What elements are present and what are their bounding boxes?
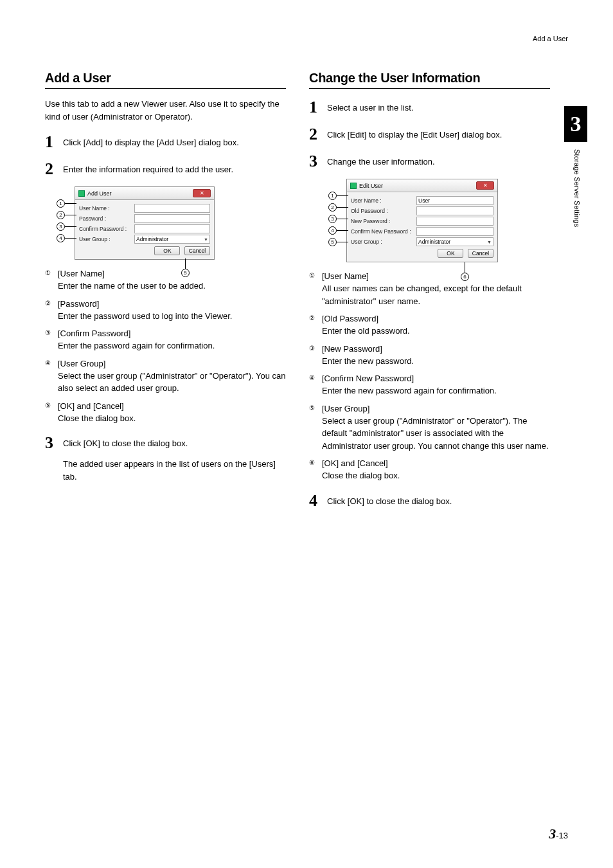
- app-icon: [78, 190, 85, 197]
- def-desc: Enter the password used to log into the …: [58, 310, 286, 323]
- step-text: Click [OK] to close the dialog box.: [327, 493, 452, 509]
- callout-1: 1: [328, 192, 337, 200]
- usergroup-select[interactable]: Administrator▼: [416, 237, 493, 246]
- step-text: Select a user in the list.: [327, 99, 413, 116]
- left-intro: Use this tab to add a new Viewer user. A…: [45, 98, 286, 123]
- def-desc: Close the dialog box.: [58, 412, 286, 425]
- right-step-2: 2 Click [Edit] to display the [Edit User…: [309, 126, 550, 143]
- callout-1: 1: [57, 199, 65, 208]
- footer-page: 13: [559, 831, 568, 840]
- step-number: 2: [309, 126, 321, 143]
- step-number: 2: [45, 161, 57, 177]
- username-input[interactable]: [134, 204, 210, 213]
- breadcrumb: Add a User: [533, 35, 568, 42]
- left-step-2: 2 Enter the information required to add …: [45, 161, 286, 177]
- left-column: Add a User Use this tab to add a new Vie…: [45, 71, 286, 514]
- step-number: 3: [309, 153, 321, 170]
- new-password-input[interactable]: [416, 217, 493, 226]
- callout-2: 2: [328, 203, 337, 212]
- app-icon: [350, 183, 357, 189]
- def-title: [Old Password]: [322, 314, 550, 323]
- def-title: [Confirm Password]: [58, 329, 286, 338]
- callout-2: 2: [57, 211, 65, 219]
- def-title: [OK] and [Cancel]: [322, 458, 550, 468]
- def-desc: Enter the password again for confirmatio…: [58, 339, 286, 352]
- confirm-new-password-label: Confirm New Password :: [351, 228, 416, 235]
- def-desc: All user names can be changed, except fo…: [322, 282, 550, 307]
- right-definitions: ①[User Name]All user names can be change…: [309, 271, 550, 482]
- callout-3: 3: [57, 222, 65, 231]
- callout-6: 6: [461, 273, 469, 281]
- def-title: [Confirm New Password]: [322, 374, 550, 383]
- def-desc: Select the user group ("Administrator" o…: [58, 370, 286, 395]
- left-step-1: 1 Click [Add] to display the [Add User] …: [45, 134, 286, 150]
- close-icon[interactable]: ✕: [476, 181, 494, 190]
- ok-button[interactable]: OK: [154, 246, 180, 255]
- left-definitions: ①[User Name]Enter the name of the user t…: [45, 269, 286, 424]
- close-icon[interactable]: ✕: [193, 189, 211, 197]
- right-step-3: 3 Change the user information.: [309, 153, 550, 170]
- ok-button[interactable]: OK: [438, 249, 463, 258]
- cancel-button[interactable]: Cancel: [468, 249, 493, 258]
- username-input[interactable]: User: [416, 196, 493, 205]
- def-title: [Password]: [58, 299, 286, 309]
- edit-user-dialog-figure: 1 2 3 4 5 Edit User ✕ User Name :User Ol…: [328, 179, 550, 262]
- confirm-new-password-input[interactable]: [416, 227, 493, 236]
- step-number: 1: [309, 99, 321, 116]
- step-text: Enter the information required to add th…: [63, 161, 233, 177]
- def-desc: Select a user group ("Administrator" or …: [322, 415, 550, 453]
- usergroup-label: User Group :: [351, 239, 416, 245]
- password-label: Password :: [79, 215, 134, 222]
- left-heading: Add a User: [45, 71, 286, 89]
- right-heading: Change the User Information: [309, 71, 550, 89]
- old-password-input[interactable]: [416, 206, 493, 215]
- add-user-dialog-figure: 1 2 3 4 Add User ✕ User Name : Password …: [57, 186, 286, 260]
- edit-user-dialog: Edit User ✕ User Name :User Old Password…: [346, 179, 498, 262]
- confirm-password-input[interactable]: [134, 224, 210, 233]
- def-title: [User Name]: [58, 269, 286, 278]
- step-text: Click [Edit] to display the [Edit User] …: [327, 126, 502, 143]
- def-desc: Enter the old password.: [322, 325, 550, 338]
- callout-4: 4: [328, 226, 337, 235]
- step-text: Click [Add] to display the [Add User] di…: [63, 134, 239, 150]
- def-title: [User Group]: [322, 404, 550, 413]
- callout-4: 4: [57, 234, 65, 242]
- username-label: User Name :: [351, 197, 416, 204]
- callout-3: 3: [328, 215, 337, 223]
- callout-5: 5: [328, 238, 337, 246]
- step-number: 3: [45, 435, 57, 451]
- right-step-1: 1 Select a user in the list.: [309, 99, 550, 116]
- def-desc: Enter the name of the user to be added.: [58, 280, 286, 293]
- username-label: User Name :: [79, 205, 134, 212]
- page-footer: 3-13: [549, 826, 568, 842]
- new-password-label: New Password :: [351, 218, 416, 224]
- dialog-titlebar: Add User ✕: [75, 187, 214, 200]
- def-desc: Enter the new password.: [322, 355, 550, 368]
- dialog-title: Edit User: [359, 183, 383, 189]
- chevron-down-icon: ▼: [204, 237, 208, 242]
- def-title: [User Group]: [58, 359, 286, 368]
- def-desc: Enter the new password again for confirm…: [322, 384, 550, 397]
- chevron-down-icon: ▼: [487, 240, 492, 244]
- password-input[interactable]: [134, 214, 210, 223]
- confirm-password-label: Confirm Password :: [79, 226, 134, 232]
- chapter-tab: 3: [564, 106, 587, 142]
- left-step-3: 3 Click [OK] to close the dialog box.: [45, 435, 286, 451]
- def-title: [User Name]: [322, 271, 550, 281]
- usergroup-label: User Group :: [79, 236, 134, 242]
- footer-chapter: 3: [549, 826, 556, 842]
- step-text: Click [OK] to close the dialog box.: [63, 435, 188, 451]
- def-title: [OK] and [Cancel]: [58, 401, 286, 411]
- cancel-button[interactable]: Cancel: [184, 246, 210, 255]
- step-number: 4: [309, 493, 321, 509]
- right-column: Change the User Information 1 Select a u…: [309, 71, 550, 514]
- step-text: Change the user information.: [327, 153, 435, 170]
- add-user-dialog: Add User ✕ User Name : Password : Confir…: [75, 186, 215, 260]
- step-number: 1: [45, 134, 57, 150]
- def-desc: Close the dialog box.: [322, 469, 550, 482]
- left-step-3-after: The added user appears in the list of us…: [63, 458, 286, 484]
- old-password-label: Old Password :: [351, 208, 416, 214]
- right-step-4: 4 Click [OK] to close the dialog box.: [309, 493, 550, 509]
- side-section-label: Storage Server Settings: [573, 149, 581, 227]
- usergroup-select[interactable]: Administrator▼: [134, 235, 210, 244]
